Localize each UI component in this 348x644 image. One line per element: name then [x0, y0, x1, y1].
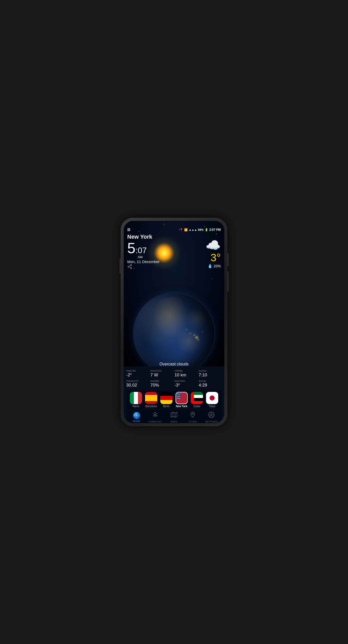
japan-circle — [210, 395, 215, 401]
city-flag-barcelona — [145, 392, 157, 404]
settings-icon — [208, 411, 215, 420]
wind-label: Wind (m/s) — [150, 370, 173, 372]
city-item-tokyo[interactable]: Tokyo — [206, 392, 218, 408]
sunrise-value: 7:10 — [199, 373, 222, 378]
sunrise-stat: Sunrise 7:10 — [199, 370, 222, 378]
svg-point-13 — [211, 414, 212, 416]
svg-point-2 — [131, 267, 132, 269]
nav-maps-label: MAPS — [170, 420, 178, 423]
weather-right: ☁️ 3° 💧 20% — [205, 238, 221, 268]
wifi-icon: 📶 — [184, 228, 188, 232]
volume-down-button[interactable] — [119, 258, 121, 274]
pressure-stat: Pressure (") 30.02 — [126, 380, 149, 388]
svg-marker-9 — [171, 412, 177, 417]
time-minutes-ampm: 07 AM — [138, 246, 147, 259]
visibility-stat: Visibility 10 km — [175, 370, 198, 378]
home-icon — [133, 412, 140, 419]
city-item-newyork[interactable]: New York — [176, 392, 188, 408]
screen-content: 🖼 📍 📶 ▲▲▲ 89% 🔋 2:07 PM — [124, 221, 224, 423]
maps-icon — [171, 411, 177, 420]
nav-home[interactable]: HOME — [127, 412, 146, 422]
rain-icon: 💧 — [208, 264, 213, 268]
dewpoint-label: Dew Point — [175, 380, 198, 382]
precipitation-value: 20% — [214, 264, 221, 268]
nav-cities[interactable]: CITIES — [183, 411, 202, 423]
svg-point-1 — [128, 266, 129, 267]
weather-stats-panel: Feels like -2° Wind (m/s) 7 W Visibility… — [124, 366, 224, 423]
clock-display: 2:07 PM — [209, 228, 221, 232]
cities-icon — [189, 411, 196, 420]
city-flag-berlin — [160, 392, 172, 404]
cities-row: Rome Barcelona Berlin New York — [126, 390, 222, 409]
svg-line-3 — [129, 267, 131, 268]
svg-line-4 — [129, 265, 131, 266]
time-ampm: AM — [138, 255, 143, 259]
dewpoint-value: -3° — [175, 383, 198, 388]
humidity-value: 70% — [150, 383, 173, 388]
city-label-tokyo: Tokyo — [209, 405, 215, 408]
weather-description: Overcast clouds — [124, 362, 224, 366]
nav-home-label: HOME — [133, 420, 140, 422]
feels-like-value: -2° — [126, 373, 149, 378]
sunset-stat: Sunset 4:29 — [199, 380, 222, 388]
feels-like-stat: Feels like -2° — [126, 370, 149, 378]
signal-icon: ▲▲▲ — [189, 228, 197, 231]
city-item-berlin[interactable]: Berlin — [160, 392, 172, 408]
status-right: 📍 📶 ▲▲▲ 89% 🔋 2:07 PM — [180, 228, 221, 232]
wind-value: 7 W — [150, 373, 173, 378]
nav-settings-label: SETTINGS — [205, 420, 218, 423]
status-bar: 🖼 📍 📶 ▲▲▲ 89% 🔋 2:07 PM — [124, 221, 224, 233]
sunrise-label: Sunrise — [199, 370, 222, 372]
precipitation-display: 💧 20% — [205, 264, 221, 268]
svg-point-5 — [154, 412, 156, 415]
time-separator: : — [135, 246, 138, 255]
city-label-berlin: Berlin — [163, 405, 170, 408]
wind-stat: Wind (m/s) 7 W — [150, 370, 173, 378]
pressure-value: 30.02 — [126, 383, 149, 388]
weather-cloud-icon: ☁️ — [205, 238, 221, 252]
humidity-stat: Humidity 70% — [150, 380, 173, 388]
city-flag-newyork — [176, 392, 188, 404]
pressure-label: Pressure (") — [126, 380, 149, 382]
forecast-icon — [152, 411, 159, 420]
location-icon: 📍 — [180, 228, 183, 232]
svg-point-12 — [192, 413, 193, 415]
battery-icon: 🔋 — [205, 228, 208, 232]
phone-screen: 🖼 📍 📶 ▲▲▲ 89% 🔋 2:07 PM — [124, 221, 224, 423]
city-item-dubai[interactable]: Dubai — [191, 392, 203, 408]
city-label-barcelona: Barcelona — [145, 405, 157, 408]
phone-frame: 🖼 📍 📶 ▲▲▲ 89% 🔋 2:07 PM — [121, 218, 227, 426]
sunset-value: 4:29 — [199, 383, 222, 388]
time-minutes: 07 — [138, 246, 147, 255]
nav-forecast[interactable]: FORECAST — [146, 411, 165, 423]
status-left: 🖼 — [127, 228, 130, 232]
bottom-navigation: HOME FO — [126, 409, 222, 423]
time-hour: 5 — [127, 241, 135, 255]
city-flag-dubai — [191, 392, 203, 404]
city-item-barcelona[interactable]: Barcelona — [145, 392, 157, 408]
dewpoint-stat: Dew Point -3° — [175, 380, 198, 388]
sunset-label: Sunset — [199, 380, 222, 382]
stats-grid: Feels like -2° Wind (m/s) 7 W Visibility… — [126, 370, 222, 388]
widget-indicator: 🖼 — [127, 228, 130, 232]
city-flag-tokyo — [206, 392, 218, 404]
city-label-dubai: Dubai — [194, 405, 200, 408]
temperature-display: 3° — [205, 252, 221, 263]
city-item-rome[interactable]: Rome — [130, 392, 142, 408]
volume-button[interactable] — [227, 271, 229, 292]
nav-cities-label: CITIES — [189, 420, 197, 423]
nav-settings[interactable]: SETTINGS — [202, 411, 221, 423]
city-label-rome: Rome — [133, 405, 139, 408]
share-icon[interactable] — [127, 264, 132, 270]
visibility-value: 10 km — [175, 373, 198, 378]
power-button[interactable] — [227, 253, 229, 266]
nav-maps[interactable]: MAPS — [165, 411, 183, 423]
svg-point-0 — [131, 265, 132, 266]
nav-forecast-label: FORECAST — [149, 420, 162, 423]
city-flag-rome — [130, 392, 142, 404]
humidity-label: Humidity — [150, 380, 173, 382]
feels-like-label: Feels like — [126, 370, 149, 372]
city-label-newyork: New York — [176, 405, 187, 408]
visibility-label: Visibility — [175, 370, 198, 372]
battery-percent: 89% — [198, 228, 204, 231]
